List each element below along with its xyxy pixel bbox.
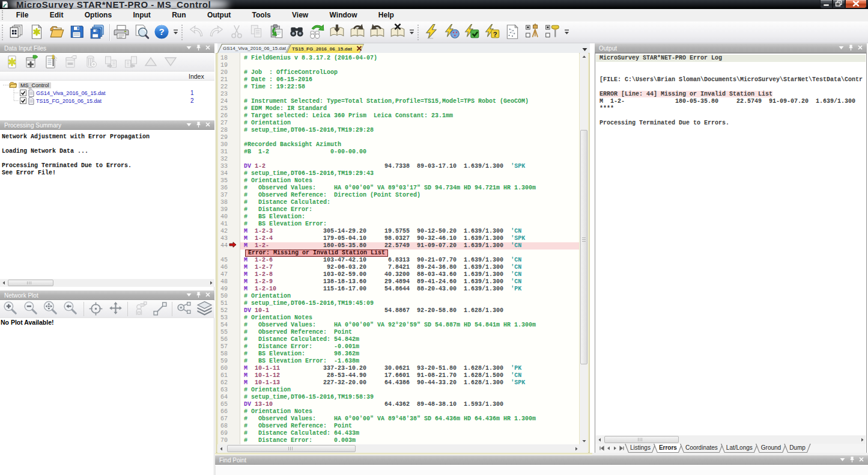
- scroll-right-button[interactable]: [572, 444, 580, 453]
- np-traverse-button[interactable]: [174, 301, 194, 317]
- panel-menu-button[interactable]: [838, 44, 845, 52]
- redo-button[interactable]: [207, 23, 227, 42]
- new-project-button[interactable]: [7, 23, 27, 42]
- find-next-button[interactable]: [307, 23, 327, 42]
- editor-tab[interactable]: GS14_Viva_2016_06_15.dat: [217, 44, 290, 53]
- dif-new-button[interactable]: [2, 54, 22, 71]
- help-button[interactable]: ?: [152, 23, 172, 42]
- panel-close-button[interactable]: [205, 121, 211, 129]
- menu-input[interactable]: Input: [123, 9, 162, 21]
- minimize-button[interactable]: [820, 0, 833, 8]
- save-button[interactable]: [67, 23, 88, 42]
- scroll-thumb[interactable]: [580, 130, 587, 364]
- run-check-button[interactable]: [463, 23, 483, 42]
- np-pan-button[interactable]: [106, 301, 126, 317]
- dif-add-button[interactable]: [22, 54, 41, 71]
- close-button[interactable]: [845, 0, 867, 8]
- panel-close-button[interactable]: [858, 456, 864, 464]
- editor-text-area[interactable]: # FieldGenius v 8.3.17.2 (2016-04-07)# J…: [240, 53, 579, 444]
- tab-close-icon[interactable]: [356, 46, 362, 52]
- menu-help[interactable]: Help: [368, 9, 404, 21]
- toolbar-grip[interactable]: [417, 25, 421, 40]
- panel-menu-button[interactable]: [186, 121, 192, 129]
- np-zoom-in-button[interactable]: [1, 301, 21, 317]
- np-zoom-out-button[interactable]: [21, 301, 41, 317]
- save-all-button[interactable]: [87, 23, 108, 42]
- nav-last-button[interactable]: [618, 444, 625, 453]
- book-redo-button[interactable]: [347, 23, 368, 42]
- panel-pin-button[interactable]: [848, 44, 854, 52]
- run-button[interactable]: [422, 23, 443, 42]
- menu-view[interactable]: View: [281, 9, 319, 21]
- dif-up-button[interactable]: [141, 54, 160, 71]
- scroll-left-button[interactable]: [0, 279, 7, 287]
- book-undo-button[interactable]: [368, 23, 388, 42]
- panel-pin-button[interactable]: [196, 44, 201, 52]
- menu-edit[interactable]: Edit: [39, 9, 74, 21]
- toolbar-grip[interactable]: [181, 25, 185, 40]
- menu-window[interactable]: Window: [319, 9, 368, 21]
- output-tab-dump[interactable]: Dump: [784, 444, 811, 453]
- copy-button[interactable]: [247, 23, 267, 42]
- editor-hscrollbar[interactable]: [217, 444, 580, 453]
- dif-edit-button[interactable]: [41, 54, 61, 71]
- index-column-header[interactable]: Index: [0, 72, 214, 81]
- output-hscrollbar[interactable]: [596, 435, 866, 444]
- undo-button[interactable]: [186, 23, 207, 42]
- panel-close-button[interactable]: [205, 44, 211, 52]
- toolbar-overflow-button[interactable]: [172, 23, 180, 42]
- book-x-button[interactable]: [387, 23, 408, 42]
- run-globe-button[interactable]: [442, 23, 463, 42]
- np-layers-button[interactable]: [195, 301, 214, 317]
- toolbar-overflow-button[interactable]: [563, 23, 571, 42]
- nav-first-button[interactable]: [598, 444, 605, 453]
- panel-pin-button[interactable]: [849, 456, 855, 464]
- tree-file-row[interactable]: TS15_FG_2016_06_15.dat: [20, 97, 102, 105]
- panel-close-button[interactable]: [857, 44, 863, 52]
- scroll-right-button[interactable]: [207, 279, 214, 287]
- book-down-button[interactable]: [327, 23, 348, 42]
- menu-run[interactable]: Run: [162, 9, 197, 21]
- np-center-button[interactable]: [86, 301, 106, 317]
- toolbar-grip[interactable]: [2, 25, 5, 40]
- dif-import-button[interactable]: [121, 54, 141, 71]
- panel-close-button[interactable]: [205, 292, 211, 299]
- dif-delete-button[interactable]: [81, 54, 101, 71]
- processing-summary-hscrollbar[interactable]: [0, 279, 214, 287]
- output-tab-listings[interactable]: Listings: [625, 444, 656, 453]
- nav-next-button[interactable]: [612, 444, 618, 453]
- checkbox-icon[interactable]: [20, 90, 26, 96]
- menu-tools[interactable]: Tools: [241, 9, 281, 21]
- checkbox-icon[interactable]: [20, 97, 26, 104]
- paste-button[interactable]: [267, 23, 287, 42]
- output-tab-latlongs[interactable]: Lat/Longs: [721, 444, 758, 453]
- output-tab-coordinates[interactable]: Coordinates: [680, 444, 723, 453]
- new-file-button[interactable]: [27, 23, 47, 42]
- scroll-up-button[interactable]: [580, 53, 588, 60]
- menu-output[interactable]: Output: [196, 9, 241, 21]
- print-preview-button[interactable]: [132, 23, 152, 42]
- output-tab-errors[interactable]: Errors: [654, 444, 682, 453]
- tab-list-button[interactable]: [582, 46, 587, 53]
- np-zoom-back-button[interactable]: [61, 301, 81, 317]
- panel-pin-button[interactable]: [196, 121, 201, 129]
- dif-remove-button[interactable]: [61, 54, 81, 71]
- open-folder-button[interactable]: [47, 23, 67, 42]
- dif-export-button[interactable]: [101, 54, 121, 71]
- menu-file[interactable]: File: [5, 9, 39, 21]
- scroll-left-button[interactable]: [217, 444, 225, 453]
- output-tab-ground[interactable]: Ground: [756, 444, 786, 453]
- editor-tab-active[interactable]: TS15_FG_2016_06_15.dat: [287, 44, 364, 53]
- instrument-button[interactable]: [523, 23, 543, 42]
- toolbar-overflow-button[interactable]: [408, 23, 416, 42]
- scroll-down-button[interactable]: [580, 437, 588, 444]
- find-button[interactable]: [287, 23, 308, 42]
- menu-options[interactable]: Options: [74, 9, 123, 21]
- gps-button[interactable]: [543, 23, 563, 42]
- restore-button[interactable]: [833, 0, 845, 8]
- tree-root-row[interactable]: MS_Control: [9, 81, 51, 89]
- scroll-right-button[interactable]: [858, 435, 866, 444]
- print-button[interactable]: [112, 23, 132, 42]
- plot-page-button[interactable]: [503, 23, 523, 42]
- output-content[interactable]: MicroSurvey STAR*NET-PRO Error Log[FILE:…: [596, 54, 866, 435]
